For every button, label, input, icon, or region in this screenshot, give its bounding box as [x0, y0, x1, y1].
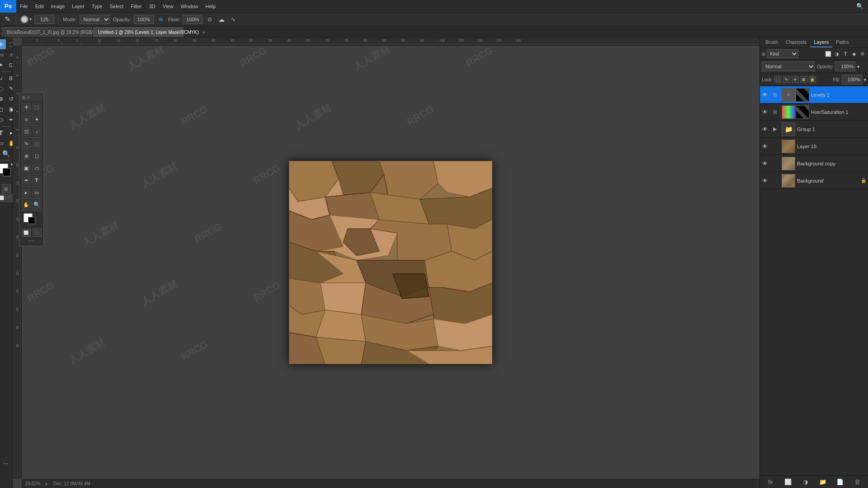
layer-mask-button[interactable]: ⬜ — [783, 478, 793, 487]
filter-kind-select[interactable]: Kind — [767, 49, 798, 58]
fill-value-input[interactable] — [842, 75, 862, 84]
mode-select[interactable]: Normal Multiply Screen Overlay — [80, 15, 110, 24]
ft-screen2[interactable]: ⬛ — [33, 229, 42, 237]
ft-zoom[interactable]: 🔍 — [32, 200, 42, 210]
brush-preset-btn[interactable]: ▾ — [20, 15, 32, 23]
dodge-tool[interactable]: ⬭ — [0, 115, 6, 125]
layer-item-levels1[interactable]: 👁 ⛓ ≡ Levels 1 — [760, 86, 868, 103]
layer-vis-group1[interactable]: 👁 — [762, 126, 768, 132]
ft-screen1[interactable]: ⬜ — [22, 229, 31, 237]
layer-group-button[interactable]: 📁 — [818, 478, 827, 487]
ft-crop[interactable]: ⊡ — [21, 127, 31, 136]
ft-rect[interactable]: ▭ — [32, 188, 42, 197]
layer-fx-button[interactable]: fx — [766, 478, 775, 487]
menu-type[interactable]: Type — [88, 0, 106, 13]
ft-path[interactable]: ▸ — [21, 188, 31, 197]
panel-tab-channels[interactable]: Channels — [782, 38, 810, 47]
ft-eye[interactable]: 𝒾 — [32, 127, 42, 136]
tab-untitled-close[interactable]: ✕ — [202, 28, 206, 38]
lock-all-icon[interactable]: 🔒 — [809, 76, 816, 83]
eyedropper-tool[interactable]: 𝒾 — [0, 73, 6, 83]
type-tool[interactable]: T — [0, 128, 6, 138]
quick-select-tool[interactable]: ✦ — [0, 60, 6, 70]
ft-magic[interactable]: ✦ — [32, 114, 42, 124]
ft-pen[interactable]: ✒ — [21, 175, 31, 185]
brush-size-input[interactable] — [34, 15, 54, 24]
fill-dropdown-icon[interactable]: ▾ — [864, 77, 866, 82]
quick-mask-icon[interactable]: ◎ — [2, 184, 11, 193]
layer-delete-button[interactable]: 🗑 — [853, 478, 862, 487]
lock-position-icon[interactable]: ✛ — [792, 76, 799, 83]
ft-brush[interactable]: ✎ — [21, 139, 31, 149]
opacity-dropdown-icon[interactable]: ▾ — [857, 64, 859, 69]
zoom-tool[interactable]: 🔍 — [1, 149, 11, 159]
lock-artboard-icon[interactable]: ⊠ — [800, 76, 807, 83]
menu-select[interactable]: Select — [106, 0, 127, 13]
filter-pixel-icon[interactable]: ⬜ — [825, 50, 832, 57]
screen-mode-icon[interactable]: ⬜ — [0, 194, 6, 202]
menu-3d[interactable]: 3D — [146, 0, 159, 13]
lock-image-icon[interactable]: ✎ — [783, 76, 790, 83]
menu-image[interactable]: Image — [47, 0, 69, 13]
bg-color-swatch[interactable] — [3, 168, 11, 176]
layer-vis-layer10[interactable]: 👁 — [762, 143, 768, 150]
float-tools-header[interactable]: ⊞ ✕ — [20, 94, 42, 101]
search-icon[interactable]: 🔍 — [856, 3, 863, 9]
ft-bg-swatch[interactable] — [28, 217, 35, 224]
filter-shape-icon[interactable]: ◆ — [850, 50, 858, 57]
layer-item-bgcopy[interactable]: 👁 Background copy — [760, 155, 868, 172]
clone-stamp-tool[interactable]: ⊕ — [0, 94, 6, 104]
stone-canvas[interactable] — [289, 161, 492, 364]
layer-vis-huesat1[interactable]: 👁 — [762, 109, 768, 115]
menu-filter[interactable]: Filter — [127, 0, 145, 13]
menu-file[interactable]: File — [16, 0, 32, 13]
smoothing-icon[interactable]: ∿ — [229, 15, 238, 24]
panel-tab-layers[interactable]: Layers — [810, 38, 832, 47]
layer-item-background[interactable]: 👁 Background 🔒 — [760, 172, 868, 189]
layer-vis-bgcopy[interactable]: 👁 — [762, 160, 768, 167]
layer-group-collapse-icon[interactable]: ▶ — [770, 124, 780, 134]
rectangle-tool[interactable]: ▭ — [0, 138, 6, 148]
ft-eraser[interactable]: ◻ — [32, 151, 42, 161]
menu-window[interactable]: Window — [177, 0, 202, 13]
brush-tool-icon[interactable]: ✎ — [3, 15, 12, 24]
layer-item-group1[interactable]: 👁 ▶ 📁 Group 1 — [760, 121, 868, 138]
pressure-opacity-icon[interactable]: ⊕ — [156, 15, 165, 24]
blend-mode-select[interactable]: Normal Multiply Screen Overlay — [762, 61, 815, 71]
eraser-tool[interactable]: ◻ — [0, 104, 6, 114]
menu-help[interactable]: Help — [202, 0, 220, 13]
opacity-input[interactable] — [134, 15, 154, 24]
opacity-value-input[interactable] — [835, 61, 855, 71]
layer-item-huesat1[interactable]: 👁 ⛓ Hue/Saturation 1 — [760, 103, 868, 121]
menu-view[interactable]: View — [159, 0, 177, 13]
menu-layer[interactable]: Layer — [68, 0, 88, 13]
ft-blur[interactable]: ⬭ — [32, 163, 42, 173]
ft-clone[interactable]: ⊕ — [21, 151, 31, 161]
layer-vis-levels1[interactable]: 👁 — [762, 92, 768, 98]
ft-gradient[interactable]: ▣ — [21, 163, 31, 173]
canvas-area[interactable]: RRCG 人人素材 RRCG 人人素材 RRCG 人人素材 RRCG 人人素材 … — [13, 38, 760, 488]
flow-input[interactable] — [183, 15, 203, 24]
tab-brickround[interactable]: BrickRound0107_1_Xl.jpg @ 19.2% (RGB/8) … — [2, 27, 92, 37]
layer-adjustment-button[interactable]: ◑ — [801, 478, 810, 487]
ft-heal[interactable]: ◌ — [32, 139, 42, 149]
filter-adjust-icon[interactable]: ◑ — [833, 50, 840, 57]
spot-heal-tool[interactable]: ◌ — [0, 84, 6, 94]
ft-more[interactable]: ••• — [28, 239, 34, 243]
layer-new-button[interactable]: 📄 — [835, 478, 844, 487]
filter-smart-icon[interactable]: ⚙ — [859, 50, 866, 57]
layer-item-layer10[interactable]: 👁 Layer 10 — [760, 138, 868, 155]
panel-tab-brush[interactable]: Brush — [762, 38, 782, 47]
ft-type[interactable]: T — [32, 175, 42, 185]
more-tools[interactable]: ••• — [4, 461, 9, 465]
layer-vis-background[interactable]: 👁 — [762, 178, 768, 184]
ft-hand[interactable]: ✋ — [21, 200, 31, 210]
menu-edit[interactable]: Edit — [32, 0, 47, 13]
tab-untitled[interactable]: Untitled-1 @ 29% (Levels 1, Layer Mask/8… — [93, 27, 184, 37]
lock-transparent-icon[interactable]: ⬚ — [774, 76, 782, 83]
ft-select[interactable]: ⬚ — [32, 102, 42, 112]
pressure-flow-icon[interactable]: ⊙ — [205, 15, 214, 24]
ft-lasso[interactable]: ⌾ — [21, 114, 31, 124]
marquee-tool[interactable]: ▭ — [0, 50, 6, 60]
ft-move[interactable]: ✛ — [21, 102, 31, 112]
